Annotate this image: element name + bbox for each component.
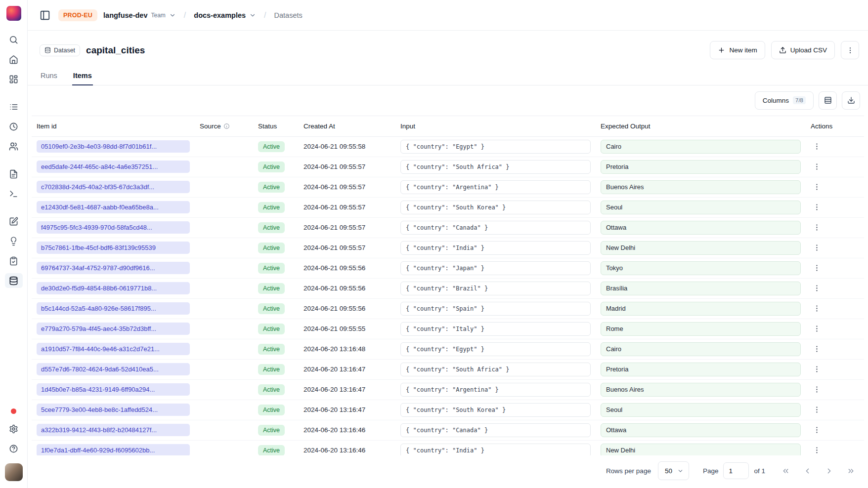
notification-dot-icon[interactable]	[11, 408, 16, 414]
table-row[interactable]: b5c144cd-52a5-4a80-926e-58617f895... Act…	[32, 298, 864, 319]
support-help-icon[interactable]	[5, 441, 23, 456]
tab-runs[interactable]: Runs	[40, 68, 58, 85]
tab-bar: Runs Items	[28, 67, 868, 85]
source-cell	[195, 197, 253, 217]
item-id-link[interactable]: 05109ef0-2e3b-4e03-98dd-8f7d01b61f...	[37, 140, 190, 153]
user-avatar[interactable]	[5, 463, 23, 481]
page-more-actions-button[interactable]	[841, 41, 859, 59]
item-id-link[interactable]: 5cee7779-3e00-4eb8-be8c-1affedd524...	[37, 404, 190, 416]
tab-items[interactable]: Items	[72, 68, 93, 85]
table-row[interactable]: 1f0e7da1-dbff-4e60-929d-f6095602bb... Ac…	[32, 440, 864, 455]
table-row[interactable]: eed5dafe-244f-465c-a84c-4a6e357251... Ac…	[32, 157, 864, 177]
item-id-link[interactable]: f4975c95-5fc3-4939-970d-58fa5cd48...	[37, 221, 190, 234]
table-row[interactable]: a322b319-9412-4f43-b8f2-b20484127f... Ac…	[32, 420, 864, 440]
expected-output-value: Buenos Aires	[601, 383, 801, 397]
row-actions-button[interactable]	[811, 404, 823, 416]
item-id-link[interactable]: a1910d57-7f84-440c-9e46-a31c2d7e21...	[37, 343, 190, 355]
row-actions-button[interactable]	[811, 323, 823, 335]
actions-cell	[806, 400, 864, 420]
table-row[interactable]: de30d2e0-f5d9-4854-88b6-0619771b8... Act…	[32, 278, 864, 298]
item-id-link[interactable]: eed5dafe-244f-465c-a84c-4a6e357251...	[37, 161, 190, 173]
new-item-button[interactable]: New item	[710, 41, 765, 59]
tracing-icon[interactable]	[5, 99, 23, 114]
table-row[interactable]: f4975c95-5fc3-4939-970d-58fa5cd48... Act…	[32, 217, 864, 238]
sidebar-toggle-icon[interactable]	[38, 8, 52, 23]
row-actions-button[interactable]	[811, 262, 823, 274]
prompts-icon[interactable]	[5, 166, 23, 181]
evaluation-icon[interactable]	[5, 234, 23, 248]
annotation-icon[interactable]	[5, 253, 23, 268]
first-page-button[interactable]	[777, 462, 794, 479]
org-name: langfuse-dev	[103, 11, 147, 19]
row-height-button[interactable]	[819, 91, 837, 110]
table-row[interactable]: 69764737-34af-4752-9787-d90df9616... Act…	[32, 258, 864, 278]
page-number-input[interactable]	[723, 462, 749, 479]
previous-page-button[interactable]	[799, 462, 816, 479]
project-switcher[interactable]: docs-examples	[194, 11, 256, 19]
table-row[interactable]: e779a270-579a-4f45-aec4-35b72d3bff... Ac…	[32, 319, 864, 339]
settings-gear-icon[interactable]	[5, 421, 23, 436]
table-row[interactable]: a1910d57-7f84-440c-9e46-a31c2d7e21... Ac…	[32, 339, 864, 359]
item-id-link[interactable]: b75c7861-1fbe-45cf-bdf6-83f139c95539	[37, 242, 190, 254]
input-cell: { "country": "Argentina" }	[395, 379, 596, 400]
table-row[interactable]: 05109ef0-2e3b-4e03-98dd-8f7d01b61f... Ac…	[32, 136, 864, 157]
langfuse-logo-icon[interactable]	[6, 6, 21, 21]
item-id-link[interactable]: a322b319-9412-4f43-b8f2-b20484127f...	[37, 424, 190, 436]
expected-output-cell: Buenos Aires	[596, 177, 806, 197]
input-cell: { "country": "Spain" }	[395, 298, 596, 319]
org-switcher[interactable]: langfuse-dev Team	[103, 11, 176, 19]
sessions-icon[interactable]	[5, 119, 23, 134]
table-row[interactable]: 5cee7779-3e00-4eb8-be8c-1affedd524... Ac…	[32, 400, 864, 420]
rows-per-page-select[interactable]: 50	[658, 461, 689, 480]
created-at-cell: 2024-06-21 09:55:57	[299, 157, 395, 177]
row-actions-button[interactable]	[811, 161, 823, 173]
last-page-button[interactable]	[842, 462, 859, 479]
users-icon[interactable]	[5, 139, 23, 154]
row-actions-button[interactable]	[811, 383, 823, 396]
row-actions-button[interactable]	[811, 201, 823, 213]
columns-count-badge: 7/8	[793, 96, 806, 104]
upload-csv-button[interactable]: Upload CSV	[771, 41, 835, 59]
item-id-link[interactable]: 1f0e7da1-dbff-4e60-929d-f6095602bb...	[37, 444, 190, 455]
row-actions-button[interactable]	[811, 444, 823, 455]
dashboard-icon[interactable]	[5, 72, 23, 86]
item-id-cell: 1d45b0e7-b85a-4231-9149-6ff90a294...	[32, 379, 195, 400]
item-id-link[interactable]: e779a270-579a-4f45-aec4-35b72d3bff...	[37, 323, 190, 335]
home-icon[interactable]	[5, 52, 23, 67]
status-cell: Active	[253, 136, 299, 157]
queries-icon[interactable]	[5, 214, 23, 229]
item-id-link[interactable]: 69764737-34af-4752-9787-d90df9616...	[37, 262, 190, 274]
row-actions-button[interactable]	[811, 302, 823, 315]
item-id-link[interactable]: c702838d-24d5-40a2-bf35-67dc3a3df...	[37, 181, 190, 193]
datasets-icon[interactable]	[5, 273, 23, 288]
item-id-link[interactable]: e12430df-5e81-4687-aabb-f0ea65be8a...	[37, 201, 190, 213]
search-icon[interactable]	[5, 32, 23, 47]
status-badge: Active	[258, 162, 285, 172]
breadcrumb-datasets[interactable]: Datasets	[274, 11, 303, 19]
next-page-button[interactable]	[821, 462, 837, 479]
table-row[interactable]: 1d45b0e7-b85a-4231-9149-6ff90a294... Act…	[32, 379, 864, 400]
table-row[interactable]: c702838d-24d5-40a2-bf35-67dc3a3df... Act…	[32, 177, 864, 197]
item-id-cell: d557e7d6-7802-4624-9da6-52d410ea5...	[32, 359, 195, 379]
playground-icon[interactable]	[5, 186, 23, 201]
status-badge: Active	[258, 344, 285, 355]
export-button[interactable]	[842, 91, 860, 110]
created-at-cell: 2024-06-21 09:55:57	[299, 197, 395, 217]
row-actions-button[interactable]	[811, 424, 823, 436]
row-actions-button[interactable]	[811, 221, 823, 234]
item-id-link[interactable]: 1d45b0e7-b85a-4231-9149-6ff90a294...	[37, 383, 190, 396]
item-id-link[interactable]: b5c144cd-52a5-4a80-926e-58617f895...	[37, 302, 190, 315]
item-id-link[interactable]: d557e7d6-7802-4624-9da6-52d410ea5...	[37, 363, 190, 375]
row-actions-button[interactable]	[811, 343, 823, 355]
item-id-link[interactable]: de30d2e0-f5d9-4854-88b6-0619771b8...	[37, 282, 190, 294]
row-actions-button[interactable]	[811, 140, 823, 153]
row-actions-button[interactable]	[811, 363, 823, 375]
table-row[interactable]: b75c7861-1fbe-45cf-bdf6-83f139c95539 Act…	[32, 238, 864, 258]
source-cell	[195, 177, 253, 197]
table-row[interactable]: e12430df-5e81-4687-aabb-f0ea65be8a... Ac…	[32, 197, 864, 217]
row-actions-button[interactable]	[811, 242, 823, 254]
columns-button[interactable]: Columns 7/8	[755, 91, 814, 110]
row-actions-button[interactable]	[811, 181, 823, 193]
table-row[interactable]: d557e7d6-7802-4624-9da6-52d410ea5... Act…	[32, 359, 864, 379]
row-actions-button[interactable]	[811, 282, 823, 294]
